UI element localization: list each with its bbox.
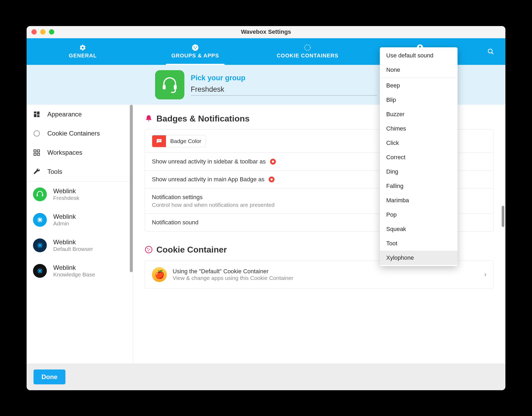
main-scrollbar[interactable] [502,206,504,227]
titlebar: Wavebox Settings [27,26,505,38]
svg-rect-9 [163,85,166,90]
sidebar-item-workspaces[interactable]: Workspaces [27,143,133,162]
left-sidebar: Appearance Cookie Containers Workspaces … [27,105,133,364]
headset-icon [160,75,179,94]
svg-point-1 [193,47,194,48]
red-dot-icon [269,177,275,182]
badge-color-button[interactable]: Badge Color [152,135,206,147]
svg-point-28 [148,250,149,251]
search-icon [487,48,494,55]
cookie-pink-icon [145,246,153,254]
svg-rect-18 [34,153,36,155]
search-button[interactable] [476,38,505,65]
tab-groups-apps[interactable]: GROUPS & APPS [139,38,252,65]
dropdown-separator [380,78,458,78]
chat-icon [152,135,166,147]
weblink-dark-icon [33,238,47,252]
svg-rect-20 [37,194,38,196]
dashboard-icon [33,111,40,118]
window-title: Wavebox Settings [27,28,505,35]
sound-option[interactable]: Toot [380,236,458,251]
svg-rect-10 [174,85,177,90]
sound-option[interactable]: Xylophone [380,251,458,265]
sidebar-item-cookie-containers[interactable]: Cookie Containers [27,124,133,143]
sound-option[interactable]: Chimes [380,121,458,136]
sidebar-app-knowledge-base[interactable]: WeblinkKnowledge Base [27,258,133,284]
weblink-blue-icon [33,213,47,227]
sound-option[interactable]: Click [380,136,458,150]
svg-point-27 [149,249,150,250]
done-button[interactable]: Done [34,369,65,384]
svg-point-2 [196,47,197,48]
svg-point-0 [192,44,198,51]
gear-icon [79,44,86,51]
svg-rect-13 [34,114,36,117]
sidebar-item-appearance[interactable]: Appearance [27,105,133,124]
group-icon [155,70,184,99]
svg-point-7 [488,49,492,53]
sidebar-item-tools[interactable]: Tools [27,162,133,181]
sidebar-app-admin[interactable]: WeblinkAdmin [27,207,133,233]
svg-rect-17 [37,150,39,152]
sound-option[interactable]: Use default sound [380,48,458,63]
red-dot-icon [270,159,276,165]
grid-icon [33,149,40,156]
sidebar-scrollbar[interactable] [130,105,133,272]
settings-window: Wavebox Settings GENERAL GROUPS & APPS C… [27,26,505,390]
sound-option[interactable]: Squeak [380,222,458,236]
sound-option[interactable]: Falling [380,179,458,193]
apps-icon [192,44,199,51]
minimize-window-button[interactable] [40,29,45,35]
group-picker-body: Pick your group [191,74,377,96]
bell-icon [145,115,153,123]
svg-point-15 [34,131,40,136]
svg-rect-11 [34,111,36,113]
group-picker-label: Pick your group [191,74,377,82]
svg-rect-19 [37,153,39,155]
svg-line-8 [492,52,493,54]
tab-general[interactable]: GENERAL [27,38,139,65]
svg-rect-16 [34,150,36,152]
sound-option[interactable]: Marimba [380,193,458,208]
svg-rect-21 [42,194,43,196]
weblink-black-icon [33,264,47,278]
sound-option[interactable]: Pop [380,208,458,222]
headset-green-icon [33,187,47,201]
svg-point-3 [195,48,196,49]
footer: Done [27,364,505,390]
sound-option[interactable]: Buzzer [380,107,458,121]
svg-point-24 [160,140,161,141]
svg-point-4 [305,45,310,51]
svg-point-26 [147,248,148,249]
maximize-window-button[interactable] [49,29,54,35]
svg-rect-12 [37,111,39,115]
sidebar-app-freshdesk[interactable]: WeblinkFreshdesk [27,182,133,207]
cookie-icon [33,130,40,137]
cookie-icon [304,44,311,51]
sound-dropdown: Use default soundNoneBeepBlipBuzzerChime… [380,47,458,266]
sound-option[interactable]: None [380,63,458,77]
apple-icon: 🍎 [152,267,167,282]
svg-point-25 [146,246,152,253]
wrench-icon [33,168,40,175]
group-picker-input[interactable] [191,84,377,96]
sound-option[interactable]: Ding [380,165,458,179]
sidebar-app-default-browser[interactable]: WeblinkDefault Browser [27,233,133,258]
traffic-lights [31,29,54,35]
sound-option[interactable]: Correct [380,150,458,165]
svg-point-22 [158,140,159,141]
sound-option[interactable]: Blip [380,93,458,107]
chevron-right-icon: › [484,270,487,279]
tab-cookie-containers[interactable]: COOKIE CONTAINERS [251,38,364,65]
svg-rect-14 [37,115,39,117]
close-window-button[interactable] [31,29,37,35]
sound-option[interactable]: Beep [380,78,458,93]
svg-point-23 [159,140,160,141]
